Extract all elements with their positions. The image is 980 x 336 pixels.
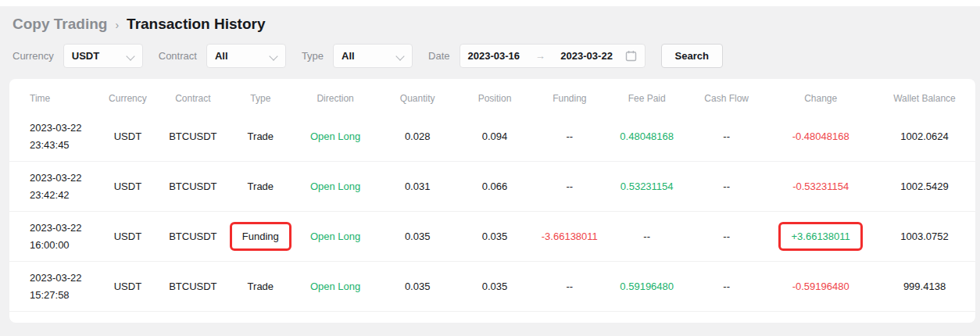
cell-direction: Open Long	[295, 281, 377, 292]
calendar-icon[interactable]	[625, 50, 637, 62]
cell-quantity: 0.028	[377, 130, 459, 142]
cell-currency: USDT	[96, 231, 159, 242]
table-header-row: Time Currency Contract Type Direction Qu…	[9, 79, 975, 112]
cell-change: -0.48048168	[767, 130, 874, 142]
cell-wallet-balance: 1003.0752	[874, 231, 975, 242]
date-range-picker[interactable]: 2023-03-16 → 2023-03-22	[460, 44, 646, 68]
cell-type: Trade	[227, 281, 295, 292]
cell-cash-flow: --	[685, 281, 767, 292]
cell-direction: Open Long	[295, 130, 377, 142]
contract-select-value: All	[215, 50, 228, 62]
cell-position: 0.066	[459, 181, 531, 192]
cell-change: -0.53231154	[767, 181, 874, 192]
cell-wallet-balance: 999.4138	[874, 281, 975, 292]
cell-funding: --	[531, 181, 608, 192]
contract-select[interactable]: All	[206, 44, 286, 68]
column-header-type: Type	[227, 93, 295, 104]
type-select-value: All	[342, 50, 355, 62]
filter-bar: Currency USDT Contract All Type All Date…	[0, 41, 980, 79]
column-header-fee-paid: Fee Paid	[608, 93, 685, 104]
cell-position: 0.094	[459, 130, 531, 142]
type-select[interactable]: All	[333, 44, 413, 68]
table-row: 2023-03-22 15:27:58 USDT BTCUSDT Trade O…	[9, 262, 975, 312]
column-header-cash-flow: Cash Flow	[685, 93, 767, 104]
search-button[interactable]: Search	[661, 44, 723, 68]
type-filter-label: Type	[302, 50, 324, 62]
transaction-table-card: Time Currency Contract Type Direction Qu…	[9, 79, 975, 323]
cell-fee-paid: --	[608, 231, 685, 242]
cell-funding: -3.66138011	[531, 231, 608, 242]
table-row: 2023-03-22 16:00:00 USDT BTCUSDT Funding…	[9, 212, 975, 262]
breadcrumb-parent-link[interactable]: Copy Trading	[13, 16, 107, 33]
table-row: 2023-03-22 23:43:45 USDT BTCUSDT Trade O…	[9, 112, 975, 162]
cell-fee-paid: 0.59196480	[608, 281, 685, 292]
cell-fee-paid: 0.53231154	[608, 181, 685, 192]
date-end-value[interactable]: 2023-03-22	[560, 50, 613, 62]
contract-filter-label: Contract	[159, 50, 197, 62]
cell-contract: BTCUSDT	[159, 281, 227, 292]
cell-quantity: 0.035	[377, 281, 459, 292]
cell-type: Trade	[227, 130, 295, 142]
column-header-quantity: Quantity	[377, 93, 459, 104]
chevron-down-icon	[396, 52, 404, 60]
page-title: Transaction History	[127, 16, 265, 33]
cell-contract: BTCUSDT	[159, 130, 227, 142]
cell-cash-flow: --	[685, 181, 767, 192]
chevron-down-icon	[127, 52, 134, 60]
cell-change: -0.59196480	[767, 281, 874, 292]
cell-wallet-balance: 1002.5429	[874, 181, 975, 192]
cell-currency: USDT	[96, 181, 159, 192]
cell-type: Trade	[227, 181, 295, 192]
column-header-position: Position	[459, 93, 531, 104]
date-start-value[interactable]: 2023-03-16	[468, 50, 520, 62]
column-header-direction: Direction	[295, 93, 377, 104]
cell-quantity: 0.035	[377, 231, 459, 242]
cell-contract: BTCUSDT	[159, 181, 227, 192]
date-filter-label: Date	[428, 50, 449, 62]
currency-select-value: USDT	[72, 50, 99, 62]
column-header-currency: Currency	[96, 93, 159, 104]
annotation-highlight-box: +3.66138011	[778, 222, 862, 251]
table-body: 2023-03-22 23:43:45 USDT BTCUSDT Trade O…	[9, 112, 975, 312]
column-header-contract: Contract	[159, 93, 227, 104]
chevron-down-icon	[270, 52, 277, 60]
top-strip	[0, 0, 980, 6]
cell-position: 0.035	[459, 231, 531, 242]
cell-funding: --	[531, 130, 608, 142]
column-header-funding: Funding	[531, 93, 608, 104]
cell-currency: USDT	[96, 130, 159, 142]
cell-type: Funding	[227, 222, 295, 251]
cell-direction: Open Long	[295, 181, 377, 192]
currency-filter-label: Currency	[13, 50, 54, 62]
cell-time: 2023-03-22 23:43:45	[9, 120, 96, 153]
cell-cash-flow: --	[685, 231, 767, 242]
cell-fee-paid: 0.48048168	[608, 130, 685, 142]
cell-contract: BTCUSDT	[159, 231, 227, 242]
cell-direction: Open Long	[295, 231, 377, 242]
cell-cash-flow: --	[685, 130, 767, 142]
cell-time: 2023-03-22 16:00:00	[9, 220, 96, 253]
annotation-highlight-box: Funding	[230, 222, 291, 251]
cell-change: +3.66138011	[767, 222, 874, 251]
breadcrumb: Copy Trading › Transaction History	[0, 6, 980, 41]
column-header-time: Time	[9, 93, 96, 104]
cell-wallet-balance: 1002.0624	[874, 130, 975, 142]
currency-select[interactable]: USDT	[63, 44, 143, 68]
table-row: 2023-03-22 23:42:42 USDT BTCUSDT Trade O…	[9, 162, 975, 212]
date-range-arrow-icon: →	[532, 50, 549, 62]
cell-time: 2023-03-22 15:27:58	[9, 270, 96, 303]
column-header-wallet-balance: Wallet Balance	[874, 93, 975, 104]
cell-quantity: 0.031	[377, 181, 459, 192]
cell-funding: --	[531, 281, 608, 292]
cell-currency: USDT	[96, 281, 159, 292]
breadcrumb-separator: ›	[115, 19, 119, 31]
cell-time: 2023-03-22 23:42:42	[9, 170, 96, 203]
cell-position: 0.035	[459, 281, 531, 292]
column-header-change: Change	[767, 93, 874, 104]
